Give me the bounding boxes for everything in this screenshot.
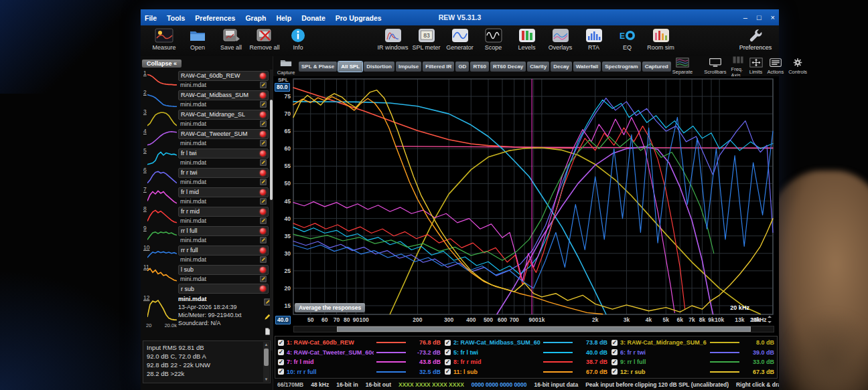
tab-rt60[interactable]: RT60 [470,62,489,72]
menu-item-pro-upgrades[interactable]: Pro Upgrades [336,14,382,22]
capture-button[interactable]: Capture [275,58,297,76]
menu-item-donate[interactable]: Donate [301,14,326,22]
preferences-button[interactable]: Preferences [739,27,772,51]
remove-measurement-button[interactable] [260,131,266,137]
scope-button[interactable]: Scope [477,27,510,51]
sidebar-scrollbar[interactable] [270,70,273,351]
tab-filtered-ir[interactable]: Filtered IR [423,62,454,72]
scrollbars-button[interactable]: Scrollbars [704,58,726,75]
maximize-button[interactable]: □ [757,13,762,21]
x-axis-min-box[interactable]: 40.0 [275,316,291,324]
legend-checkbox[interactable]: ✓ [445,340,451,346]
remove-measurement-button[interactable] [260,92,266,98]
legend-entry[interactable]: ✓2: RAW-Cat_Midbass_SUM_6073.8 dB [445,339,607,346]
notes-icon[interactable] [260,101,267,108]
tab-rt60-decay[interactable]: RT60 Decay [490,62,526,72]
tab-captured[interactable]: Captured [642,62,671,72]
notes-icon[interactable] [260,82,267,88]
measurement-name-field[interactable]: RAW-Cat_Midrange_SL [178,110,269,120]
measurement-name-field[interactable]: rr l full [178,226,269,236]
rms-scrollbar[interactable]: ▲ ▼ [263,342,269,382]
notes-icon[interactable] [260,237,267,243]
legend-checkbox[interactable]: ✓ [445,359,451,365]
remove-measurement-button[interactable] [260,73,266,79]
remove-measurement-button[interactable] [260,209,266,215]
eq-button[interactable]: EEQ [611,27,644,51]
legend-checkbox[interactable]: ✓ [611,359,618,365]
measurement-name-field[interactable]: l sub [178,265,269,275]
tab-impulse[interactable]: Impulse [396,62,421,72]
remove-measurement-button[interactable] [260,228,266,234]
remove-measurement-button[interactable] [260,286,266,292]
measurement-item[interactable]: 2RAW-Cat_Midbass_SUMmini.mdat [141,90,273,108]
average-responses-button[interactable]: Average the responses [295,303,365,312]
removeall-button[interactable]: Remove all [248,27,281,51]
open-button[interactable]: Open [181,27,214,51]
measurement-item[interactable]: 10rr r fullmini.mdat [141,245,273,264]
legend-checkbox[interactable]: ✓ [278,369,284,375]
remove-measurement-button[interactable] [260,170,266,176]
tab-all-spl[interactable]: All SPL [338,62,362,72]
close-button[interactable]: × [771,13,775,21]
measurement-item[interactable]: 4RAW-Cat_Tweeter_SUMmini.mdat [141,128,273,147]
legend-checkbox[interactable]: ✓ [278,359,284,365]
roomsim-button[interactable]: Room sim [644,27,678,51]
measurement-item[interactable]: 11l submini.mdat [141,264,273,283]
measurement-item[interactable]: 5fr l twimini.mdat [141,148,273,167]
legend-checkbox[interactable]: ✓ [278,340,284,346]
generator-button[interactable]: Generator [443,27,477,51]
tab-spectrogram[interactable]: Spectrogram [602,62,640,72]
notes-icon[interactable] [260,198,267,205]
minimize-button[interactable]: – [743,13,747,21]
tab-distortion[interactable]: Distortion [364,62,394,72]
actions-button[interactable]: Actions [768,58,784,75]
x-axis-max-box[interactable]: 20kHz [750,316,772,323]
legend-entry[interactable]: ✓6: fr r twi39.0 dB [611,349,774,356]
spl-graph-area[interactable]: SPL80.0757065605550454035302520155060708… [273,76,779,335]
limits-button[interactable]: Limits [749,58,763,75]
legend-entry[interactable]: ✓12: r sub67.3 dB [611,369,774,375]
tab-clarity[interactable]: Clarity [527,62,549,72]
measure-button[interactable]: Measure [147,27,181,51]
legend-entry[interactable]: ✓9: rr l full33.0 dB [611,359,774,365]
legend-entry[interactable]: ✓8: fr r mid38.7 dB [445,359,607,365]
menu-item-tools[interactable]: Tools [167,14,185,22]
irwindows-button[interactable]: IR windows [376,27,410,51]
measurement-name-field[interactable]: RAW-Cat_Tweeter_SUM [178,129,269,139]
saveall-button[interactable]: Save all [214,27,248,51]
axis-spinner-icon[interactable] [768,316,772,323]
legend-entry[interactable]: ✓10: rr r full32.5 dB [278,369,441,375]
legend-entry[interactable]: ✓7: fr l mid43.8 dB [278,359,441,365]
measurement-item[interactable]: 6fr r twimini.mdat [141,167,273,186]
legend-entry[interactable]: ✓1: RAW-Cat_60db_REW76.8 dB [278,339,441,346]
tab-gd[interactable]: GD [455,62,469,72]
controls-button[interactable]: Controls [788,58,807,75]
notes-icon[interactable] [260,217,267,224]
measurement-name-field[interactable]: r sub [178,284,269,294]
remove-measurement-button[interactable] [260,112,266,118]
notes-icon[interactable] [260,256,267,263]
rta-button[interactable]: RTA [577,27,611,51]
measurement-item-selected[interactable]: r sub [141,284,273,294]
y-axis-max-box[interactable]: 80.0 [275,83,290,92]
measurement-name-field[interactable]: RAW-Cat_Midbass_SUM [178,90,269,100]
legend-checkbox[interactable]: ✓ [611,369,618,375]
notes-icon[interactable] [260,276,267,282]
notes-icon[interactable] [260,179,267,185]
legend-checkbox[interactable]: ✓ [278,349,284,355]
legend-checkbox[interactable]: ✓ [445,369,451,375]
freqaxis-button[interactable]: Freq. Axis [731,55,745,78]
measurement-item[interactable]: 9rr l fullmini.mdat [141,225,273,244]
remove-measurement-button[interactable] [260,151,266,157]
menu-item-help[interactable]: Help [276,14,291,22]
measurement-item[interactable]: 7fr l midmini.mdat [141,187,273,205]
notes-icon[interactable] [260,120,267,127]
remove-measurement-button[interactable] [260,248,266,254]
measurement-item[interactable]: 1RAW-Cat_60db_REWmini.mdat [141,70,273,89]
remove-measurement-button[interactable] [260,189,266,195]
menu-item-file[interactable]: File [145,14,157,22]
legend-checkbox[interactable]: ✓ [611,340,618,346]
menu-item-graph[interactable]: Graph [245,14,266,22]
legend-checkbox[interactable]: ✓ [445,349,451,355]
measurement-name-field[interactable]: fr r twi [178,168,269,178]
